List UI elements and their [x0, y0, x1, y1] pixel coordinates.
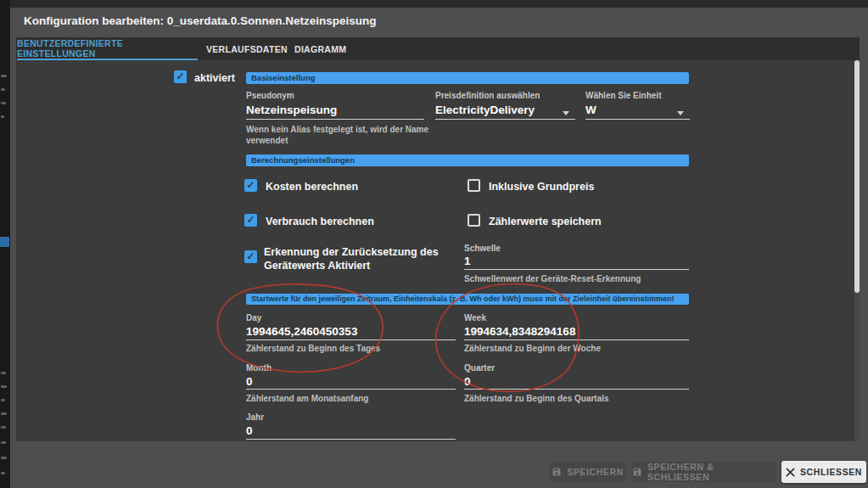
background-text-fragment	[1, 88, 5, 91]
base-price-checkbox[interactable]	[468, 179, 480, 192]
background-text-fragment	[1, 472, 5, 474]
day-underline	[246, 339, 456, 340]
background-selected-row-fragment	[0, 237, 9, 247]
day-label: Day	[246, 313, 261, 323]
week-underline	[464, 339, 689, 340]
section-header-calc: Berechnungseinstellungen	[246, 154, 689, 166]
background-text-fragment	[1, 385, 7, 388]
calc-consumption-checkbox[interactable]	[244, 214, 257, 227]
unit-label: Wählen Sie Einheit	[585, 91, 661, 100]
month-helper: Zählerstand am Monatsanfang	[246, 393, 368, 404]
dialog-title: Konfiguration bearbeiten: 0_userdata.0.S…	[24, 14, 377, 27]
background-text-fragment	[1, 372, 6, 374]
enabled-checkbox-label: aktiviert	[194, 71, 235, 85]
calc-consumption-label: Verbrauch berechnen	[266, 215, 374, 228]
calc-costs-label: Kosten berechnen	[266, 180, 358, 194]
chevron-down-icon[interactable]	[563, 111, 569, 115]
pseudonym-label: Pseudonym	[246, 91, 294, 100]
close-button[interactable]: SCHLIESSEN	[781, 461, 866, 483]
background-text-fragment	[1, 399, 5, 401]
week-label: Week	[464, 313, 486, 323]
year-label: Jahr	[246, 412, 264, 422]
save-button[interactable]: SPEICHERN	[550, 462, 625, 482]
section-header-base: Basiseinstellung	[246, 72, 689, 84]
year-underline	[246, 439, 456, 440]
tab-diagram[interactable]: DIAGRAMM	[294, 37, 346, 60]
save-meter-values-checkbox[interactable]	[468, 214, 480, 227]
tab-custom-settings[interactable]: BENUTZERDEFINIERTE EINSTELLUNGEN	[17, 37, 198, 60]
save-and-close-button-label: SPEICHERN & SCHLIESSEN	[647, 462, 776, 482]
pseudonym-input-underline	[246, 119, 424, 120]
week-helper: Zählerstand zu Beginn der Woche	[464, 343, 601, 354]
quarter-helper: Zählerstand zu Beginn des Quartals	[464, 393, 609, 404]
background-text-fragment	[1, 115, 4, 118]
tab-history-data[interactable]: VERLAUFSDATEN	[206, 37, 288, 60]
background-text-fragment	[1, 426, 6, 429]
screen: Konfiguration bearbeiten: 0_userdata.0.S…	[0, 0, 868, 488]
save-button-label: SPEICHERN	[567, 467, 624, 477]
calc-costs-checkbox[interactable]	[244, 179, 257, 192]
day-input[interactable]: 1994645,2460450353	[246, 325, 357, 338]
unit-select[interactable]: W	[585, 104, 596, 116]
threshold-underline	[464, 269, 689, 270]
week-input[interactable]: 1994634,8348294168	[464, 325, 575, 338]
month-underline	[246, 389, 456, 390]
chevron-down-icon[interactable]	[677, 111, 684, 115]
save-meter-values-label: Zählerwerte speichern	[489, 215, 602, 228]
save-and-close-button[interactable]: SPEICHERN & SCHLIESSEN	[632, 462, 776, 482]
price-definition-underline	[435, 119, 575, 120]
quarter-input[interactable]: 0	[464, 375, 471, 388]
reset-detection-checkbox[interactable]	[244, 250, 257, 263]
pseudonym-input[interactable]: Netzeinspeisung	[246, 104, 337, 116]
backdrop	[10, 0, 868, 8]
background-text-fragment	[1, 412, 7, 415]
save-icon	[552, 467, 562, 477]
price-definition-label: Preisdefinition auswählen	[435, 91, 540, 100]
pseudonym-helper: Wenn kein Alias festgelegt ist, wird der…	[246, 124, 454, 146]
unit-underline	[585, 119, 690, 120]
background-text-fragment	[1, 457, 7, 459]
threshold-helper: Schwellenwert der Geräte-Reset-Erkennung	[464, 273, 641, 284]
background-app-strip	[0, 0, 10, 488]
reset-detection-label: Erkennung der Zurücksetzung des Gerätewe…	[264, 245, 455, 272]
month-label: Month	[246, 363, 272, 373]
section-header-start-values: Startwerte für den jeweiligen Zeitraum, …	[246, 294, 689, 305]
close-button-label: SCHLIESSEN	[800, 467, 862, 477]
background-text-fragment	[1, 441, 6, 444]
background-text-fragment	[1, 102, 6, 104]
close-icon	[786, 468, 795, 477]
background-text-fragment	[1, 75, 7, 77]
threshold-label: Schwelle	[464, 244, 501, 253]
quarter-underline	[464, 389, 689, 390]
threshold-input[interactable]: 1	[464, 255, 471, 267]
day-helper: Zählerstand zu Beginn des Tages	[246, 343, 380, 354]
enabled-checkbox[interactable]	[174, 70, 187, 83]
quarter-label: Quarter	[464, 363, 495, 373]
scrollbar-thumb[interactable]	[854, 60, 860, 293]
base-price-label: Inklusive Grundpreis	[489, 180, 594, 194]
save-icon	[632, 467, 642, 477]
price-definition-select[interactable]: ElectricityDelivery	[435, 104, 535, 116]
year-input[interactable]: 0	[246, 424, 253, 437]
month-input[interactable]: 0	[246, 375, 253, 388]
